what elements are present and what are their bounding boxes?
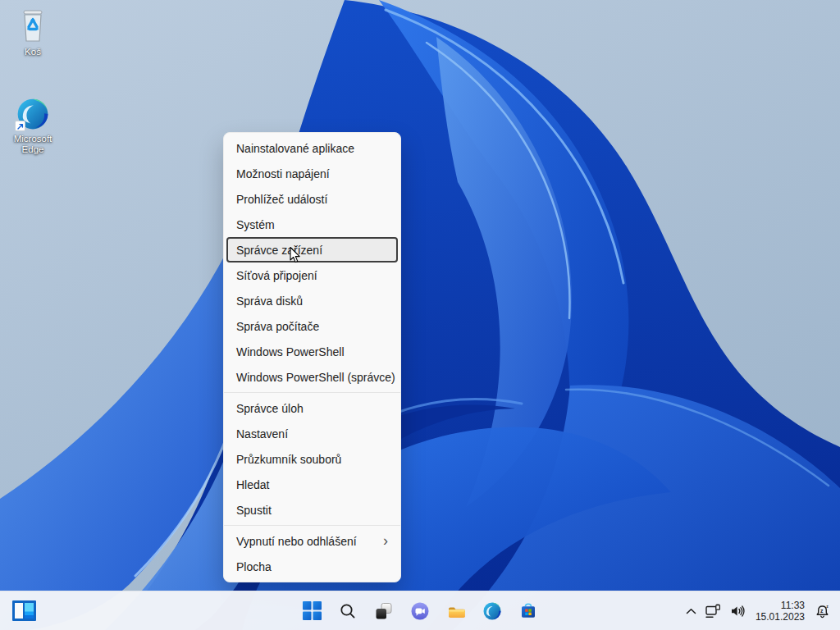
edge-button[interactable] [476,595,509,628]
menu-item-system[interactable]: Systém [226,212,398,237]
context-menu: Nainstalované aplikaceMožnosti napájeníP… [223,132,401,582]
search-button[interactable] [331,595,364,628]
speaker-icon [730,605,746,618]
shortcut-arrow-icon [15,121,25,131]
menu-item-label: Správa disků [236,294,303,308]
menu-item-sprava-pocitace[interactable]: Správa počítače [226,313,398,339]
recycle-bin-icon [2,5,64,44]
menu-item-moznosti-napajeni[interactable]: Možnosti napájení [226,161,398,186]
desktop-icon-label: Microsoft Edge [2,134,64,155]
desktop-icon-microsoft-edge[interactable]: Microsoft Edge [2,92,64,155]
wallpaper-bloom [0,0,840,630]
desktop: Koš [0,0,840,630]
menu-item-spustit[interactable]: Spustit [226,497,398,523]
menu-item-label: Správa počítače [236,320,319,333]
menu-separator [224,392,400,393]
desktop-icon-recycle-bin[interactable]: Koš [2,5,64,57]
menu-item-label: Možnosti napájení [236,167,330,180]
menu-item-windows-powershell[interactable]: Windows PowerShell [226,339,398,364]
store-button[interactable] [512,595,545,628]
bell-do-not-disturb-icon: z z [815,604,831,619]
menu-separator [224,525,400,526]
menu-item-hledat[interactable]: Hledat [226,472,398,497]
menu-item-spravce-uloh[interactable]: Správce úloh [226,395,398,421]
menu-item-label: Windows PowerShell [236,345,345,358]
task-view-icon [374,601,394,621]
notifications-button[interactable]: z z [810,595,835,628]
menu-item-label: Správce zařízení [236,244,322,257]
search-icon [339,602,357,620]
menu-item-nastaveni[interactable]: Nastavení [226,421,398,446]
hidden-icons-button[interactable] [682,595,701,628]
edge-icon [482,601,502,621]
menu-item-label: Průzkumník souborů [236,453,341,466]
network-ethernet-icon [705,604,722,619]
volume-button[interactable] [726,595,750,628]
menu-item-pruzkumnik-souboru[interactable]: Průzkumník souborů [226,446,398,472]
file-explorer-button[interactable] [440,595,472,628]
menu-item-label: Hledat [236,478,269,491]
network-button[interactable] [701,595,726,628]
menu-item-label: Síťová připojení [236,269,317,282]
menu-item-sprava-disku[interactable]: Správa disků [226,288,398,313]
menu-item-label: Prohlížeč událostí [236,193,327,206]
menu-item-nainstalovane-aplikace[interactable]: Nainstalované aplikace [226,135,398,161]
menu-item-windows-powershell-spravce[interactable]: Windows PowerShell (správce) [226,364,398,390]
menu-item-label: Nastavení [236,427,288,441]
desktop-icon-label: Koš [2,47,64,57]
chat-button[interactable] [404,595,436,628]
menu-item-label: Vypnutí nebo odhlášení [236,535,357,548]
split-window-corner-icon[interactable] [12,600,36,621]
menu-item-label: Správce úloh [236,402,304,415]
start-button[interactable] [295,595,328,628]
menu-item-vypnuti-nebo-odhlaseni[interactable]: Vypnutí nebo odhlášení› [226,528,398,554]
chevron-up-icon [686,608,696,615]
menu-item-spravce-zarizeni[interactable]: Správce zařízení [226,237,398,262]
submenu-chevron-icon: › [383,541,388,542]
tray-time: 11:33 [756,600,805,611]
svg-text:z: z [826,604,829,609]
menu-item-label: Plocha [236,560,272,573]
task-view-button[interactable] [368,595,400,628]
menu-item-label: Systém [236,218,275,231]
chat-icon [410,601,430,621]
menu-item-prohlizec-udalosti[interactable]: Prohlížeč událostí [226,186,398,212]
menu-item-label: Nainstalované aplikace [236,142,354,155]
menu-item-sitova-pripojeni[interactable]: Síťová připojení [226,262,398,288]
menu-item-plocha[interactable]: Plocha [226,554,398,579]
store-icon [518,600,538,621]
menu-item-label: Spustit [236,504,272,517]
menu-item-label: Windows PowerShell (správce) [236,371,395,384]
file-explorer-icon [446,601,467,621]
tray-date: 15.01.2023 [756,611,805,623]
clock[interactable]: 11:33 15.01.2023 [750,600,810,623]
edge-icon [2,92,64,131]
svg-text:z: z [820,607,824,613]
taskbar: 11:33 15.01.2023 z z [0,591,840,630]
